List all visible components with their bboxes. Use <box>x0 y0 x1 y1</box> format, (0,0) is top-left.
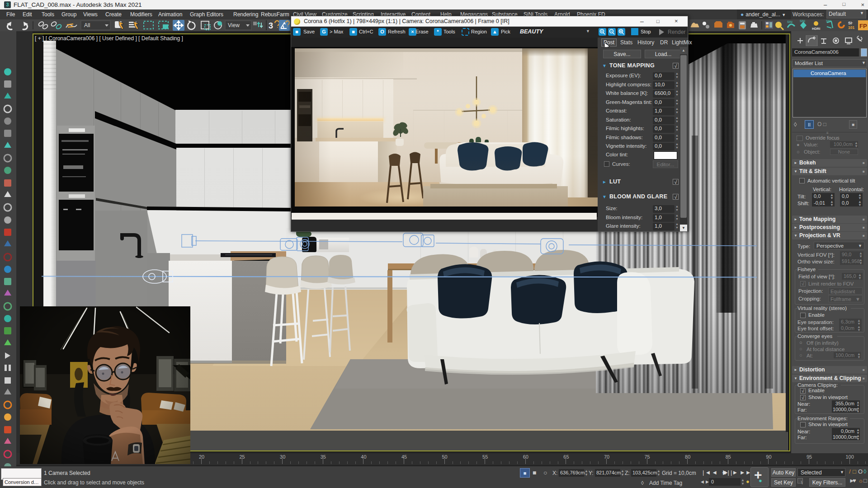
svg-text:FP: FP <box>859 23 867 29</box>
svg-text:101: 101 <box>848 25 854 30</box>
svg-text:SiNi: SiNi <box>787 20 793 23</box>
svg-text:HDRI: HDRI <box>812 27 820 31</box>
svg-text:SiNi: SiNi <box>826 19 831 23</box>
svg-text:SI·: SI· <box>848 21 853 25</box>
svg-text:All: All <box>84 22 90 28</box>
svg-text:SiNi: SiNi <box>800 19 805 23</box>
svg-text:3: 3 <box>269 21 273 30</box>
svg-text:View: View <box>228 22 240 28</box>
